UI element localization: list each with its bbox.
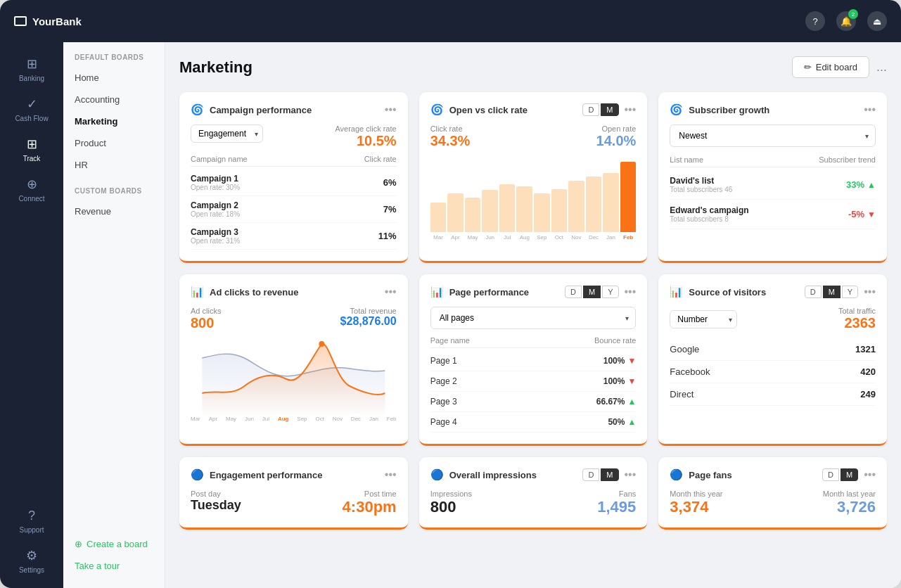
sidebar-label-settings: Settings — [19, 566, 44, 574]
bar-nov — [568, 181, 584, 233]
sidebar-item-banking[interactable]: ⊞ Banking — [0, 49, 63, 89]
bar-sep — [534, 193, 550, 232]
sv-toggle-y[interactable]: Y — [842, 286, 858, 298]
nav-revenue[interactable]: Revenue — [63, 200, 165, 222]
page-fans-menu[interactable]: ••• — [864, 468, 876, 481]
source-visitors-dropdown[interactable]: Number Percentage — [670, 310, 737, 328]
help-icon[interactable]: ? — [805, 11, 825, 31]
campaign-stat-row: Engagement Revenue Clicks Average click … — [191, 124, 397, 149]
sidebar: ⊞ Banking ✓ Cash Flow ⊞ Track ⊕ Connect … — [0, 42, 63, 588]
bar-chart-labels: Mar Apr May Jun Jul Aug Sep Oct Nov Dec … — [430, 234, 637, 241]
sidebar-label-connect: Connect — [18, 195, 44, 203]
panel-bottom: ⊕ Create a board Take a tour — [63, 533, 165, 577]
overall-impressions-stats: Impressions 800 Fans 1,495 — [430, 490, 637, 516]
ad-clicks-title: Ad clicks to revenue — [210, 287, 298, 298]
logo-area: YourBank — [14, 15, 82, 27]
campaign-row-3: Campaign 3 Open rate: 31% 11% — [191, 223, 397, 250]
page-perf-menu[interactable]: ••• — [625, 286, 637, 298]
open-click-icon: 🌀 — [430, 103, 444, 116]
page-fans-title-row: 🔵 Page fans — [670, 468, 731, 481]
page-perf-dropdown[interactable]: All pages Page 1 Page 2 — [430, 307, 637, 329]
ad-clicks-icon: 📊 — [191, 286, 204, 298]
track-icon: ⊞ — [27, 136, 37, 152]
month-last-label: Month last year — [823, 490, 876, 498]
oi-toggle-m[interactable]: M — [601, 468, 618, 481]
create-board-btn[interactable]: ⊕ Create a board — [63, 533, 165, 555]
open-click-menu[interactable]: ••• — [625, 103, 637, 116]
cashflow-icon: ✓ — [27, 96, 37, 112]
pp-toggle-m[interactable]: M — [583, 286, 601, 298]
toggle-d[interactable]: D — [582, 103, 599, 116]
subscriber-dropdown[interactable]: Newest Oldest — [670, 124, 876, 147]
month-this-label: Month this year — [670, 490, 722, 498]
open-click-title-row: 🌀 Open vs click rate — [430, 103, 528, 116]
fans-value: 1,495 — [597, 498, 636, 516]
card-campaign-title-row: 🌀 Campaign performance — [191, 103, 312, 116]
ad-clicks-menu[interactable]: ••• — [385, 286, 397, 298]
overall-impressions-title-row: 🔵 Overall impressions — [430, 468, 537, 481]
page-perf-title: Page performance — [449, 287, 529, 298]
total-revenue-label: Total revenue — [340, 307, 397, 315]
open-click-actions: D M ••• — [582, 103, 636, 116]
sidebar-item-track[interactable]: ⊞ Track — [0, 129, 63, 170]
sidebar-item-settings[interactable]: ⚙ Settings — [19, 541, 44, 581]
month-this-value: 3,374 — [670, 498, 722, 516]
open-click-stats: Click rate 34.3% Open rate 14.0% — [430, 124, 637, 149]
support-icon: ? — [28, 509, 35, 523]
take-tour-link[interactable]: Take a tour — [63, 555, 165, 577]
pf-toggle-m[interactable]: M — [841, 468, 858, 481]
campaign-dropdown[interactable]: Engagement Revenue Clicks — [191, 124, 263, 143]
sidebar-item-cashflow[interactable]: ✓ Cash Flow — [0, 89, 63, 129]
pf-toggle: D M — [822, 468, 858, 481]
pp-toggle-d[interactable]: D — [565, 286, 582, 298]
open-rate-value: 14.0% — [596, 133, 637, 149]
month-last-value: 3,726 — [823, 498, 876, 516]
bar-jun — [482, 190, 498, 232]
post-time-value: 4:30pm — [343, 498, 397, 516]
banking-icon: ⊞ — [27, 56, 37, 72]
open-click-header: 🌀 Open vs click rate D M ••• — [430, 103, 637, 116]
logout-icon[interactable]: ⏏ — [867, 11, 887, 31]
bar-jul — [499, 184, 516, 232]
visitor-row-direct: Direct 249 — [670, 383, 876, 406]
page-perf-table-header: Page name Bounce rate — [430, 336, 637, 348]
nav-marketing[interactable]: Marketing — [63, 110, 165, 132]
sv-toggle-m[interactable]: M — [823, 286, 841, 298]
pp-toggle-y[interactable]: Y — [602, 286, 618, 298]
nav-home[interactable]: Home — [63, 67, 165, 89]
total-traffic-value: 2363 — [838, 315, 876, 331]
page-fans-title: Page fans — [689, 470, 731, 480]
logo-text: YourBank — [32, 15, 82, 27]
engagement-menu[interactable]: ••• — [385, 468, 397, 481]
pencil-icon: ✏ — [804, 62, 812, 72]
open-click-title: Open vs click rate — [449, 105, 528, 115]
create-board-label: Create a board — [87, 539, 148, 549]
ad-clicks-title-row: 📊 Ad clicks to revenue — [191, 286, 298, 298]
edit-board-button[interactable]: ✏ Edit board — [792, 56, 869, 78]
bar-dec — [586, 177, 602, 232]
source-visitors-menu[interactable]: ••• — [864, 286, 876, 298]
visitor-row-facebook: Facebook 420 — [670, 361, 876, 383]
nav-hr[interactable]: HR — [63, 154, 165, 176]
campaign-menu[interactable]: ••• — [385, 103, 397, 116]
sidebar-item-support[interactable]: ? Support — [19, 501, 44, 541]
page-perf-icon: 📊 — [430, 286, 444, 298]
pf-toggle-d[interactable]: D — [822, 468, 839, 481]
toggle-m[interactable]: M — [601, 103, 618, 116]
connect-icon: ⊕ — [27, 177, 37, 192]
sidebar-item-connect[interactable]: ⊕ Connect — [0, 170, 63, 210]
card-campaign-performance: 🌀 Campaign performance ••• Engagement Re… — [179, 92, 408, 263]
notification-icon[interactable]: 🔔 2 — [836, 11, 856, 31]
source-visitors-dropdown-wrap: Number Percentage — [670, 310, 737, 328]
overall-impressions-title: Overall impressions — [449, 470, 537, 480]
page-more-menu[interactable]: ... — [876, 60, 887, 75]
content-header: Marketing ✏ Edit board ... — [179, 56, 887, 78]
sv-toggle-d[interactable]: D — [805, 286, 822, 298]
subscriber-menu[interactable]: ••• — [864, 103, 876, 116]
nav-product[interactable]: Product — [63, 132, 165, 154]
nav-accounting[interactable]: Accounting — [63, 89, 165, 110]
overall-impressions-menu[interactable]: ••• — [625, 468, 637, 481]
source-visitors-title-row: 📊 Source of visitors — [670, 286, 766, 298]
subscriber-header: 🌀 Subscriber growth ••• — [670, 103, 876, 116]
oi-toggle-d[interactable]: D — [582, 468, 599, 481]
